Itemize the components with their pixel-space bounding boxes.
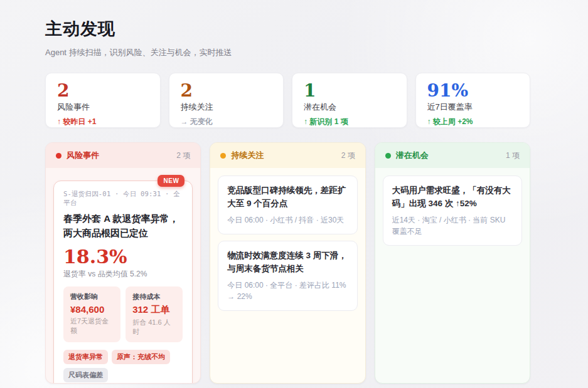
tag-row: 退货率异常 原声：充绒不均 尺码表偏差 [63, 350, 183, 382]
card-title: 大码用户需求旺盛，「有没有大码」出现 346 次 ↑52% [392, 184, 513, 211]
impact-label: 营收影响 [70, 292, 114, 301]
column-risk-body: NEW S-退货归因-01 · 今日 09:31 · 全平台 春季外套 A 款退… [46, 168, 200, 384]
column-opportunity-body: 大码用户需求旺盛，「有没有大码」出现 346 次 ↑52% 近14天 · 淘宝 … [375, 168, 530, 383]
column-opportunity: 潜在机会 1 项 大码用户需求旺盛，「有没有大码」出现 346 次 ↑52% 近… [375, 142, 530, 384]
stat-value: 2 [57, 81, 149, 100]
stat-label: 持续关注 [181, 102, 272, 113]
stat-card-opportunity: 1 潜在机会 ↑ 新识别 1 项 [292, 73, 407, 128]
column-watch-body: 竞品版型口碑持续领先，差距扩大至 9 个百分点 今日 06:00 · 小红书 /… [210, 168, 365, 383]
column-risk-header: 风险事件 2 项 [46, 143, 200, 168]
column-title: 潜在机会 [396, 150, 429, 161]
page: 主动发现 Agent 持续扫描，识别风险、关注与机会，实时推送 2 风险事件 ↑… [0, 0, 588, 384]
column-opportunity-header: 潜在机会 1 项 [375, 143, 530, 168]
card-title: 春季外套 A 款退货率异常，两大商品根因已定位 [63, 212, 183, 240]
card-meta: 今日 06:00 · 全平台 · 差评占比 11% → 22% [227, 280, 348, 302]
impact-revenue: 营收影响 ¥84,600 近7天退货金额 [63, 286, 120, 342]
card-meta: 近14天 · 淘宝 / 小红书 · 当前 SKU 覆盖不足 [392, 214, 513, 237]
impact-caption: 近7天退货金额 [70, 317, 114, 335]
stat-card-watch: 2 持续关注 → 无变化 [169, 73, 284, 128]
watch-card[interactable]: 物流时效满意度连续 3 周下滑，与周末备货节点相关 今日 06:00 · 全平台… [218, 241, 357, 311]
stat-delta: ↑ 新识别 1 项 [304, 117, 395, 127]
metric-value: 18.3% [63, 246, 183, 268]
column-title: 风险事件 [67, 150, 99, 161]
impact-service-cost: 接待成本 312 工单 折合 41.6 人时 [126, 286, 183, 342]
stat-value: 91% [427, 81, 519, 100]
column-count: 1 项 [506, 150, 520, 161]
stats-row: 2 风险事件 ↑ 较昨日 +1 2 持续关注 → 无变化 1 潜在机会 ↑ 新识… [45, 73, 530, 128]
impact-label: 接待成本 [132, 292, 176, 301]
card-title: 物流时效满意度连续 3 周下滑，与周末备货节点相关 [227, 249, 348, 276]
stat-value: 2 [181, 81, 272, 100]
column-count: 2 项 [176, 150, 190, 161]
stat-label: 近7日覆盖率 [427, 102, 519, 113]
stat-delta: → 无变化 [181, 117, 272, 127]
discovery-board: 风险事件 2 项 NEW S-退货归因-01 · 今日 09:31 · 全平台 … [45, 142, 530, 384]
stat-delta: ↑ 较昨日 +1 [57, 117, 149, 127]
opportunity-dot-icon [385, 153, 391, 159]
column-count: 2 项 [341, 150, 355, 161]
impact-value: 312 工单 [132, 304, 176, 316]
stat-card-risk: 2 风险事件 ↑ 较昨日 +1 [45, 73, 161, 128]
tag: 原声：充绒不均 [112, 350, 170, 364]
card-meta: S-退货归因-01 · 今日 09:31 · 全平台 [63, 190, 183, 207]
impact-value: ¥84,600 [70, 304, 114, 315]
tag: 退货率异常 [63, 350, 108, 364]
stat-label: 潜在机会 [304, 102, 395, 113]
page-title: 主动发现 [45, 18, 530, 40]
column-title: 持续关注 [231, 150, 264, 161]
card-meta: 今日 06:00 · 小红书 / 抖音 · 近30天 [227, 214, 348, 226]
card-title: 竞品版型口碑持续领先，差距扩大至 9 个百分点 [227, 184, 348, 211]
page-subtitle: Agent 持续扫描，识别风险、关注与机会，实时推送 [45, 47, 530, 58]
stat-label: 风险事件 [57, 102, 149, 113]
stat-value: 1 [304, 81, 395, 100]
opportunity-card[interactable]: 大码用户需求旺盛，「有没有大码」出现 346 次 ↑52% 近14天 · 淘宝 … [383, 176, 522, 246]
new-badge: NEW [158, 175, 184, 187]
risk-card-featured[interactable]: NEW S-退货归因-01 · 今日 09:31 · 全平台 春季外套 A 款退… [53, 181, 193, 384]
column-risk: 风险事件 2 项 NEW S-退货归因-01 · 今日 09:31 · 全平台 … [45, 142, 201, 384]
stat-delta: ↑ 较上周 +2% [427, 117, 519, 127]
impact-caption: 折合 41.6 人时 [132, 318, 176, 337]
watch-card[interactable]: 竞品版型口碑持续领先，差距扩大至 9 个百分点 今日 06:00 · 小红书 /… [218, 176, 357, 234]
impact-grid: 营收影响 ¥84,600 近7天退货金额 接待成本 312 工单 折合 41.6… [63, 286, 183, 342]
tag: 尺码表偏差 [63, 368, 108, 382]
column-watch: 持续关注 2 项 竞品版型口碑持续领先，差距扩大至 9 个百分点 今日 06:0… [210, 142, 365, 384]
risk-dot-icon [56, 153, 61, 159]
watch-dot-icon [220, 153, 226, 159]
column-watch-header: 持续关注 2 项 [210, 143, 365, 168]
stat-card-coverage: 91% 近7日覆盖率 ↑ 较上周 +2% [415, 73, 531, 128]
metric-caption: 退货率 vs 品类均值 5.2% [63, 269, 183, 280]
